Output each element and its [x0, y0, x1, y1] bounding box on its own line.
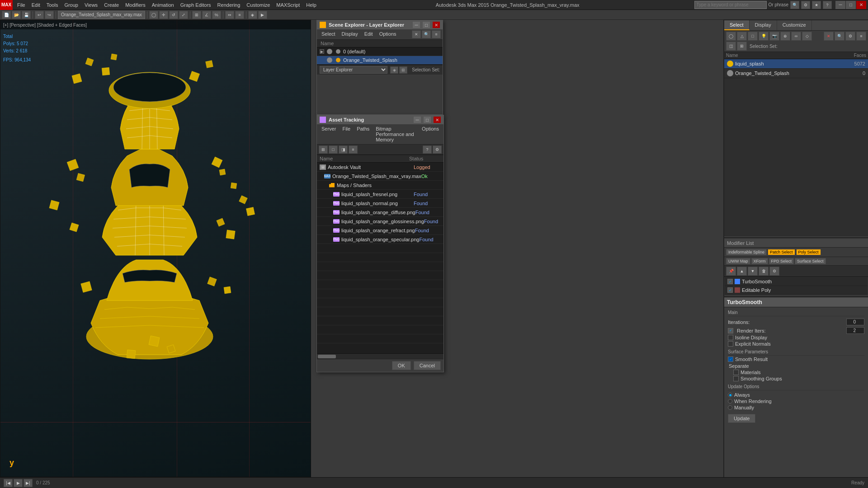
menu-rendering[interactable]: Rendering [215, 1, 243, 9]
mod-item-turbosmooth[interactable]: ✓ TurboSmooth [725, 277, 868, 286]
sfs-tb-all[interactable]: ◯ [726, 32, 736, 41]
scene-explorer-close[interactable]: ✕ [433, 22, 440, 28]
lf-icon1[interactable]: ◈ [390, 66, 398, 74]
at-ok-btn[interactable]: OK [392, 361, 411, 370]
percent-snap-btn[interactable]: % [212, 11, 221, 19]
at-row-file3[interactable]: PNG liquid_splash_orange_diffuse.png Fou… [317, 208, 443, 217]
next-frame-btn[interactable]: ▶| [24, 479, 33, 487]
sfs-tb-search[interactable]: 🔍 [835, 32, 844, 41]
asset-tracking-titlebar[interactable]: Asset Tracking ─ □ ✕ [317, 115, 443, 124]
mod-nav-down[interactable]: ▼ [748, 267, 758, 276]
se-toolbar-btn3[interactable]: ≡ [432, 30, 441, 38]
sfs-tab-customize[interactable]: Customize [777, 20, 812, 30]
obj-item-orange[interactable]: Orange_Twisted_Splash 0 [724, 69, 868, 78]
play-btn[interactable]: ▶ [14, 479, 23, 487]
menu-group[interactable]: Group [61, 1, 81, 9]
mod-nav-up[interactable]: ▲ [737, 267, 747, 276]
maximize-btn[interactable]: □ [846, 1, 856, 9]
undo-btn[interactable]: ↩ [35, 11, 44, 19]
angle-snap-btn[interactable]: ∠ [202, 11, 211, 19]
ts-when-rendering-radio[interactable] [728, 399, 732, 404]
se-menu-display[interactable]: Display [339, 30, 361, 38]
mod-btn-poly[interactable]: Poly Select [796, 249, 821, 255]
ts-manually-radio[interactable] [728, 405, 732, 410]
sfs-tab-display[interactable]: Display [750, 20, 777, 30]
menu-create[interactable]: Create [101, 1, 122, 9]
ts-always-radio[interactable] [728, 393, 732, 397]
scene-explorer-titlebar[interactable]: Scene Explorer - Layer Explorer ─ □ ✕ [317, 20, 443, 29]
at-row-vault[interactable]: 🏛 Autodesk Vault Logged [317, 163, 443, 172]
mod-btn-xform[interactable]: XForm [751, 258, 768, 264]
ts-materials-check[interactable] [733, 370, 739, 375]
select-btn[interactable]: ◯ [149, 11, 158, 19]
scene-explorer-minimize[interactable]: ─ [413, 22, 420, 28]
ts-isoline-check[interactable] [728, 335, 733, 340]
minimize-btn[interactable]: ─ [835, 1, 845, 9]
mod-btn-indeformable[interactable]: Indeformable Spline [726, 249, 767, 255]
scene-explorer-maximize[interactable]: □ [423, 22, 430, 28]
menu-help[interactable]: Help [303, 1, 319, 9]
mod-btn-fpd[interactable]: FPD Select [769, 258, 794, 264]
at-toolbar-btn3[interactable]: ◨ [339, 145, 348, 154]
sfs-tb-layers[interactable]: ◫ [726, 42, 736, 51]
search-btn[interactable]: 🔍 [790, 1, 799, 9]
at-scroll-thumb[interactable] [318, 355, 336, 358]
sfs-tb-helpers[interactable]: ⊕ [780, 32, 790, 41]
close-btn[interactable]: ✕ [856, 1, 866, 9]
menu-customize[interactable]: Customize [244, 1, 273, 9]
menu-edit[interactable]: Edit [29, 1, 43, 9]
sfs-tb-geo[interactable]: △ [737, 32, 747, 41]
at-row-file5[interactable]: PNG liquid_splash_orange_refract.png Fou… [317, 226, 443, 235]
layer-expand-default[interactable]: ▶ [320, 49, 324, 54]
at-toolbar-btn1[interactable]: ⊞ [319, 145, 328, 154]
at-minimize[interactable]: ─ [414, 117, 421, 123]
align-btn[interactable]: ≡ [235, 11, 244, 19]
mod-nav-delete[interactable]: 🗑 [759, 267, 769, 276]
menu-file[interactable]: File [14, 1, 28, 9]
at-menu-options[interactable]: Options [419, 125, 442, 143]
se-toolbar-btn2[interactable]: 🔍 [422, 30, 431, 38]
mod-check-turbosmooth[interactable]: ✓ [727, 279, 733, 284]
at-maximize[interactable]: □ [424, 117, 431, 123]
sfs-tb-space[interactable]: ∞ [791, 32, 801, 41]
sfs-tb-cameras[interactable]: 📷 [769, 32, 779, 41]
scale-btn[interactable]: ⤢ [179, 11, 188, 19]
ts-render-iters-check[interactable]: ✓ [728, 328, 733, 333]
filter-btn[interactable]: ⚙ [801, 1, 810, 9]
at-toolbar-btn2[interactable]: □ [329, 145, 338, 154]
at-row-file6[interactable]: PNG liquid_splash_orange_specular.png Fo… [317, 235, 443, 244]
sfs-tb-settings[interactable]: ⚙ [845, 32, 855, 41]
at-close[interactable]: ✕ [434, 117, 441, 123]
at-cancel-btn[interactable]: Cancel [414, 361, 441, 370]
open-btn[interactable]: 📂 [12, 11, 21, 19]
prev-frame-btn[interactable]: |◀ [4, 479, 13, 487]
at-menu-bitmap[interactable]: Bitmap Performance and Memory [373, 125, 418, 143]
at-toolbar-help[interactable]: ? [423, 145, 432, 154]
ts-render-iters-input[interactable] [846, 327, 864, 334]
sfs-tab-select[interactable]: Select [724, 20, 750, 30]
se-menu-edit[interactable]: Edit [362, 30, 376, 38]
sfs-tb-display[interactable]: ≡ [856, 32, 866, 41]
menu-animation[interactable]: Animation [149, 1, 177, 9]
mod-nav-pin[interactable]: 📌 [726, 267, 736, 276]
at-row-file1[interactable]: PNG liquid_splash_fresnel.png Found [317, 190, 443, 199]
snap-btn[interactable]: ⊞ [192, 11, 201, 19]
material-editor-btn[interactable]: ◈ [248, 11, 257, 19]
redo-btn[interactable]: ↪ [45, 11, 54, 19]
ts-iterations-input[interactable] [846, 319, 864, 325]
ts-explicit-normals-check[interactable] [728, 341, 733, 347]
at-row-maps[interactable]: Maps / Shaders [317, 181, 443, 190]
menu-tools[interactable]: Tools [44, 1, 61, 9]
menu-modifiers[interactable]: Modifiers [123, 1, 148, 9]
at-menu-file[interactable]: File [340, 125, 353, 143]
sfs-tb-close-filter[interactable]: ✕ [824, 32, 834, 41]
lf-icon2[interactable]: ⊞ [399, 66, 407, 74]
layer-item-default[interactable]: ▶ 0 (default) [317, 47, 443, 56]
se-menu-options[interactable]: Options [377, 30, 399, 38]
move-btn[interactable]: ✛ [159, 11, 168, 19]
viewport-canvas[interactable] [0, 20, 311, 477]
mod-item-editpoly[interactable]: ✓ Editable Poly [725, 286, 868, 295]
mod-btn-surface[interactable]: Surface Select [795, 258, 826, 264]
bookmark-btn[interactable]: ★ [812, 1, 821, 9]
ts-smooth-result-check[interactable]: ✓ [728, 357, 733, 362]
